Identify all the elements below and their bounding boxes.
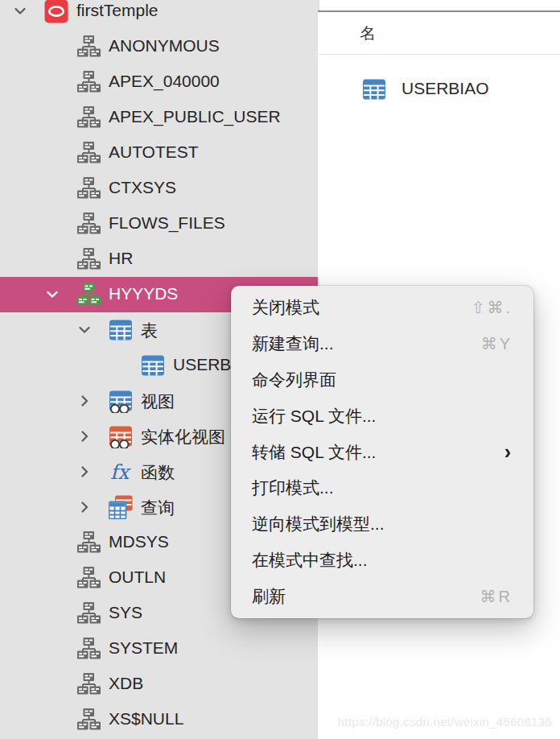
menu-item-run-sql-file[interactable]: 运行 SQL 文件... [231, 398, 533, 434]
menu-item-label: 打印模式... [252, 477, 334, 499]
query-icon [109, 495, 133, 519]
menu-item-shortcut: ⌘R [480, 587, 513, 606]
materialized-view-icon [109, 424, 133, 448]
menu-item-print-schema[interactable]: 打印模式... [231, 470, 533, 506]
menu-item-label: 在模式中查找... [252, 549, 368, 572]
tree-item-schema-xdb[interactable]: XDB [0, 667, 318, 702]
tree-item-label: XDB [109, 674, 143, 693]
tree-item-connection-firsttemple[interactable]: firstTemple [0, 0, 318, 29]
tree-item-label: 查询 [141, 497, 175, 519]
schema-icon [76, 601, 101, 625]
menu-item-dump-sql-file[interactable]: 转储 SQL 文件...› [231, 434, 533, 470]
svg-text:fx: fx [110, 460, 131, 484]
tree-item-label: HYYYDS [109, 284, 178, 303]
object-label: USERBIAO [401, 79, 489, 98]
menu-item-find-in-schema[interactable]: 在模式中查找... [231, 542, 533, 578]
tree-item-schema-xsnull[interactable]: XS$NULL [0, 702, 318, 737]
tree-item-label: FLOWS_FILES [109, 213, 225, 233]
tree-item-schema-flows-files[interactable]: FLOWS_FILES [0, 206, 318, 242]
table-icon [141, 353, 165, 378]
panel-left-edge-line [318, 0, 319, 10]
tree-item-label: 表 [141, 320, 158, 342]
tree-item-label: 视图 [141, 390, 175, 413]
tree-item-label: APEX_PUBLIC_USER [109, 107, 281, 126]
tree-item-label: CTXSYS [109, 178, 176, 197]
schema-icon [76, 212, 101, 236]
view-icon [109, 389, 133, 413]
tree-item-schema-anonymous[interactable]: ANONYMOUS [0, 29, 318, 64]
tree-item-label: MDSYS [109, 532, 169, 551]
tree-item-label: APEX_040000 [109, 72, 220, 91]
tree-item-schema-system[interactable]: SYSTEM [0, 631, 318, 667]
context-menu: 关闭模式⇧⌘.新建查询...⌘Y命令列界面运行 SQL 文件...转储 SQL … [231, 286, 533, 618]
table-icon [362, 77, 386, 101]
tree-item-schema-ctxsys[interactable]: CTXSYS [0, 171, 318, 206]
schema-icon [76, 176, 101, 200]
tree-item-label: OUTLN [109, 568, 166, 587]
menu-item-shortcut: ⌘Y [481, 334, 513, 353]
oracle-connection-icon [44, 0, 68, 23]
schema-icon [76, 566, 101, 590]
column-header-name[interactable]: 名 [360, 23, 376, 44]
tree-item-label: ANONYMOUS [109, 36, 220, 56]
menu-item-label: 命令列界面 [252, 369, 336, 391]
tree-item-label: HR [109, 249, 133, 268]
menu-item-label: 新建查询... [252, 332, 334, 355]
tree-item-label: SYS [109, 603, 142, 622]
menu-item-label: 运行 SQL 文件... [252, 405, 376, 427]
chevron-down-icon[interactable] [43, 286, 61, 303]
tree-item-schema-apex-040000[interactable]: APEX_040000 [0, 64, 318, 100]
menu-item-command-line-interface[interactable]: 命令列界面 [231, 362, 533, 398]
menu-item-label: 转储 SQL 文件... [252, 441, 376, 464]
tree-item-schema-autotest[interactable]: AUTOTEST [0, 135, 318, 171]
schema-icon [76, 141, 101, 165]
chevron-right-icon[interactable] [76, 392, 93, 410]
menu-item-refresh[interactable]: 刷新⌘R [231, 578, 533, 614]
menu-item-close-schema[interactable]: 关闭模式⇧⌘. [231, 290, 533, 326]
schema-active-icon [76, 283, 101, 307]
chevron-right-icon[interactable] [76, 498, 93, 516]
tree-item-label: firstTemple [76, 1, 159, 20]
chevron-down-icon[interactable] [11, 2, 29, 20]
tree-item-label: 函数 [141, 461, 175, 484]
chevron-down-icon[interactable] [76, 321, 93, 339]
menu-item-shortcut: ⇧⌘. [471, 298, 513, 317]
schema-icon [76, 708, 101, 732]
table-icon [109, 318, 133, 342]
schema-icon [76, 70, 101, 94]
schema-icon [76, 247, 101, 271]
column-header-separator [318, 54, 560, 55]
panel-top-border [318, 10, 560, 12]
watermark: https://blog.csdn.net/weixin_45608136 [338, 715, 552, 729]
function-icon: fx [109, 460, 133, 484]
menu-item-new-query[interactable]: 新建查询...⌘Y [231, 326, 533, 362]
tree-item-label: 实体化视图 [141, 426, 225, 448]
schema-icon [76, 35, 101, 59]
schema-icon [76, 637, 101, 661]
menu-item-label: 关闭模式 [252, 296, 319, 319]
tree-item-label: SYSTEM [109, 638, 178, 658]
menu-item-label: 逆向模式到模型... [252, 513, 385, 535]
menu-item-label: 刷新 [252, 585, 286, 608]
schema-icon [76, 531, 101, 555]
chevron-right-icon[interactable] [76, 463, 93, 481]
schema-icon [76, 105, 101, 130]
tree-item-label: XS$NULL [109, 709, 183, 729]
menu-item-reverse-schema-to-model[interactable]: 逆向模式到模型... [231, 506, 533, 543]
schema-icon [76, 672, 101, 696]
tree-item-schema-hr[interactable]: HR [0, 242, 318, 277]
object-userbiao[interactable]: USERBIAO [318, 72, 560, 107]
app-window: firstTemple ANONYMOUS APEX_040000 APEX_P… [0, 0, 560, 739]
tree-item-schema-apex-public-user[interactable]: APEX_PUBLIC_USER [0, 100, 318, 135]
tree-item-label: AUTOTEST [109, 142, 199, 162]
chevron-right-icon[interactable] [76, 427, 93, 445]
submenu-arrow-icon: › [504, 442, 511, 462]
